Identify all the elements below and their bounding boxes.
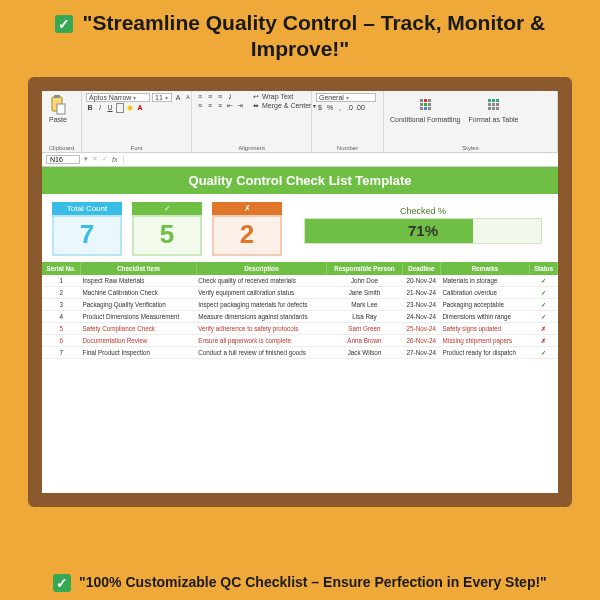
table-row[interactable]: 3Packaging Quality VerificationInspect p… <box>42 298 558 310</box>
italic-button[interactable]: I <box>96 104 104 112</box>
align-bottom-icon[interactable]: ≡ <box>216 93 224 101</box>
cell-serial[interactable]: 7 <box>42 346 81 358</box>
indent-decrease-icon[interactable]: ⇤ <box>226 102 234 110</box>
cell-status[interactable]: ✗ <box>530 334 558 346</box>
cell-desc[interactable]: Check quality of received materials <box>196 275 327 287</box>
table-row[interactable]: 1Inspect Raw MaterialsCheck quality of r… <box>42 275 558 287</box>
cell-item[interactable]: Packaging Quality Verification <box>81 298 197 310</box>
cell-deadline[interactable]: 25-Nov-24 <box>402 322 440 334</box>
cell-remarks[interactable]: Packaging acceptable <box>440 298 529 310</box>
align-middle-icon[interactable]: ≡ <box>206 93 214 101</box>
font-name-select[interactable]: Aptos Narrow▾ <box>86 93 150 102</box>
cell-remarks[interactable]: Product ready for dispatch <box>440 346 529 358</box>
cell-item[interactable]: Safety Compliance Check <box>81 322 197 334</box>
table-row[interactable]: 2Machine Calibration CheckVerify equipme… <box>42 286 558 298</box>
fill-color-button[interactable] <box>126 104 134 112</box>
cell-remarks[interactable]: Dimensions within range <box>440 310 529 322</box>
bold-button[interactable]: B <box>86 104 94 112</box>
cell-deadline[interactable]: 23-Nov-24 <box>402 298 440 310</box>
cell-deadline[interactable]: 21-Nov-24 <box>402 286 440 298</box>
merge-center-button[interactable]: ⬌ Merge & Center ▾ <box>252 102 316 110</box>
fx-icon[interactable]: fx <box>112 156 117 163</box>
decrease-decimal-icon[interactable]: .00 <box>356 104 364 112</box>
cell-status[interactable]: ✓ <box>530 286 558 298</box>
percent-format-icon[interactable]: % <box>326 104 334 112</box>
cancel-icon[interactable]: ✕ <box>92 155 98 163</box>
font-size-select[interactable]: 11▾ <box>152 93 172 102</box>
cell-serial[interactable]: 2 <box>42 286 81 298</box>
align-right-icon[interactable]: ≡ <box>216 102 224 110</box>
cell-status[interactable]: ✓ <box>530 346 558 358</box>
cell-item[interactable]: Documentation Review <box>81 334 197 346</box>
cell-serial[interactable]: 5 <box>42 322 81 334</box>
col-deadline[interactable]: Deadline <box>402 262 440 275</box>
increase-font-icon[interactable]: A <box>174 93 182 101</box>
increase-decimal-icon[interactable]: .0 <box>346 104 354 112</box>
col-person[interactable]: Responsible Person <box>327 262 402 275</box>
cell-status[interactable]: ✓ <box>530 275 558 287</box>
cell-item[interactable]: Inspect Raw Materials <box>81 275 197 287</box>
table-row[interactable]: 6Documentation ReviewEnsure all paperwor… <box>42 334 558 346</box>
worksheet[interactable]: Quality Control Check List Template Tota… <box>42 167 558 493</box>
col-item[interactable]: Checklist Item <box>81 262 197 275</box>
cell-remarks[interactable]: Calibration overdue <box>440 286 529 298</box>
cell-deadline[interactable]: 27-Nov-24 <box>402 346 440 358</box>
decrease-font-icon[interactable]: A <box>184 93 192 101</box>
table-row[interactable]: 7Final Product InspectionConduct a full … <box>42 346 558 358</box>
col-serial[interactable]: Serial No. <box>42 262 81 275</box>
cell-item[interactable]: Final Product Inspection <box>81 346 197 358</box>
wrap-text-button[interactable]: ↩ Wrap Text <box>252 93 316 101</box>
cell-status[interactable]: ✗ <box>530 322 558 334</box>
chevron-down-icon[interactable]: ▾ <box>84 155 88 163</box>
cell-desc[interactable]: Measure dimensions against standards <box>196 310 327 322</box>
cell-person[interactable]: Jack Wilson <box>327 346 402 358</box>
cell-desc[interactable]: Verify equipment calibration status <box>196 286 327 298</box>
table-row[interactable]: 4Product Dimensions MeasurementMeasure d… <box>42 310 558 322</box>
accounting-format-icon[interactable]: $ <box>316 104 324 112</box>
cell-item[interactable]: Product Dimensions Measurement <box>81 310 197 322</box>
cell-serial[interactable]: 6 <box>42 334 81 346</box>
cell-person[interactable]: John Doe <box>327 275 402 287</box>
cell-status[interactable]: ✓ <box>530 310 558 322</box>
cell-deadline[interactable]: 24-Nov-24 <box>402 310 440 322</box>
enter-icon[interactable]: ✓ <box>102 155 108 163</box>
font-color-button[interactable]: A <box>136 104 144 112</box>
col-remarks[interactable]: Remarks <box>440 262 529 275</box>
cell-remarks[interactable]: Missing shipment papers <box>440 334 529 346</box>
cell-person[interactable]: Sam Green <box>327 322 402 334</box>
cell-person[interactable]: Mark Lee <box>327 298 402 310</box>
indent-increase-icon[interactable]: ⇥ <box>236 102 244 110</box>
cell-item[interactable]: Machine Calibration Check <box>81 286 197 298</box>
formula-input[interactable] <box>123 155 554 164</box>
align-left-icon[interactable]: ≡ <box>196 102 204 110</box>
table-row[interactable]: 5Safety Compliance CheckVerify adherence… <box>42 322 558 334</box>
cell-person[interactable]: Lisa Ray <box>327 310 402 322</box>
align-top-icon[interactable]: ≡ <box>196 93 204 101</box>
cell-deadline[interactable]: 20-Nov-24 <box>402 275 440 287</box>
cell-remarks[interactable]: Safety signs updated <box>440 322 529 334</box>
underline-button[interactable]: U <box>106 104 114 112</box>
comma-format-icon[interactable]: , <box>336 104 344 112</box>
col-status[interactable]: Status <box>530 262 558 275</box>
cell-desc[interactable]: Ensure all paperwork is complete <box>196 334 327 346</box>
cell-status[interactable]: ✓ <box>530 298 558 310</box>
cell-person[interactable]: Anna Brown <box>327 334 402 346</box>
cell-deadline[interactable]: 26-Nov-24 <box>402 334 440 346</box>
col-desc[interactable]: Description <box>196 262 327 275</box>
border-button[interactable] <box>116 104 124 112</box>
cell-desc[interactable]: Verify adherence to safety protocols <box>196 322 327 334</box>
cell-remarks[interactable]: Materials in storage <box>440 275 529 287</box>
align-center-icon[interactable]: ≡ <box>206 102 214 110</box>
cell-desc[interactable]: Conduct a full review of finished goods <box>196 346 327 358</box>
name-box[interactable]: N16 <box>46 155 80 164</box>
cell-person[interactable]: Jane Smith <box>327 286 402 298</box>
cell-desc[interactable]: Inspect packaging materials for defects <box>196 298 327 310</box>
conditional-formatting-button[interactable]: Conditional Formatting <box>388 93 462 125</box>
orientation-icon[interactable]: ⤸ <box>226 93 234 101</box>
format-as-table-button[interactable]: Format as Table <box>466 93 520 125</box>
number-format-select[interactable]: General▾ <box>316 93 376 102</box>
paste-button[interactable]: Paste <box>46 93 70 125</box>
cell-serial[interactable]: 3 <box>42 298 81 310</box>
cell-serial[interactable]: 1 <box>42 275 81 287</box>
cell-serial[interactable]: 4 <box>42 310 81 322</box>
